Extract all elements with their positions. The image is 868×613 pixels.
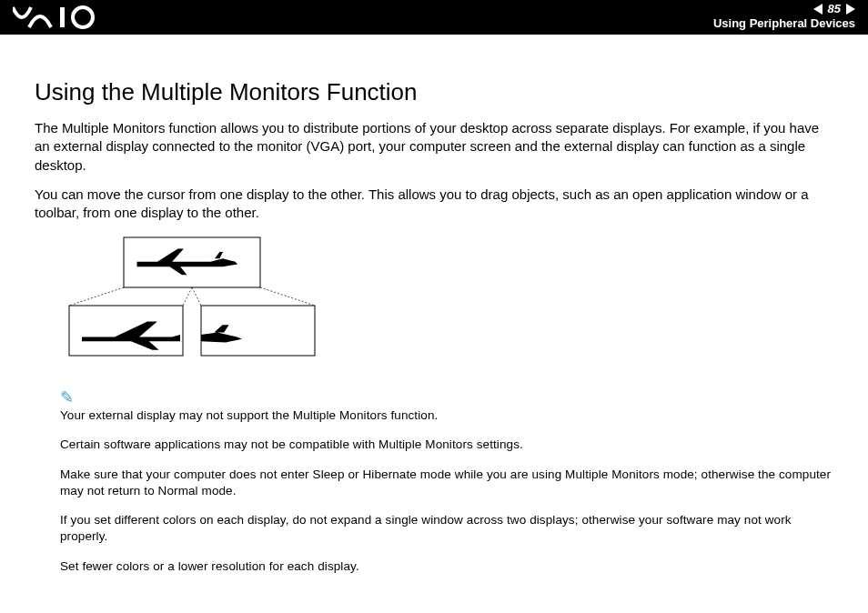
svg-rect-7 [69, 306, 183, 356]
page-navigation: 85 [813, 2, 855, 15]
section-title: Using Peripheral Devices [713, 16, 855, 30]
prev-page-arrow-icon[interactable] [813, 4, 823, 15]
page-heading: Using the Multiple Monitors Function [35, 78, 833, 106]
intro-paragraph-2: You can move the cursor from one display… [35, 186, 833, 223]
next-page-arrow-icon[interactable] [846, 4, 855, 15]
multiple-monitors-diagram [60, 233, 833, 373]
note-5: Set fewer colors or a lower resolution f… [60, 558, 833, 575]
svg-line-5 [192, 287, 201, 306]
intro-paragraph-1: The Multiple Monitors function allows yo… [35, 119, 833, 175]
header-bar: 85 Using Peripheral Devices [0, 0, 868, 35]
svg-line-6 [260, 287, 315, 306]
svg-point-1 [73, 7, 93, 27]
note-3: Make sure that your computer does not en… [60, 467, 833, 499]
svg-rect-0 [60, 7, 65, 27]
note-2: Certain software applications may not be… [60, 437, 833, 453]
svg-line-4 [183, 287, 192, 306]
note-4: If you set different colors on each disp… [60, 512, 833, 545]
page-content: Using the Multiple Monitors Function The… [0, 35, 868, 575]
note-pencil-icon: ✎ [60, 387, 833, 407]
note-1: Your external display may not support th… [60, 407, 833, 424]
vaio-logo [13, 5, 113, 33]
page-number: 85 [828, 2, 841, 15]
svg-line-3 [69, 287, 124, 306]
